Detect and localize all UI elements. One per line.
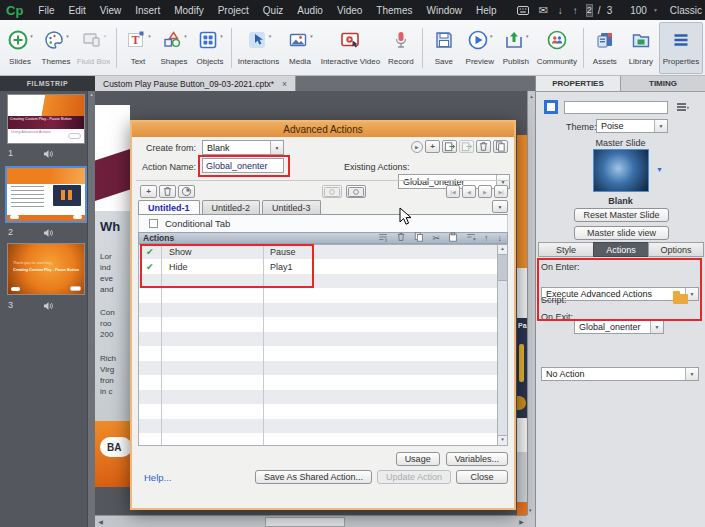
table-row[interactable]: ✔ Show Pause — [139, 245, 497, 260]
subtab-style[interactable]: Style — [538, 242, 594, 257]
menu-view[interactable]: View — [93, 5, 129, 16]
master-slide-dropdown-icon[interactable]: ▼ — [656, 166, 663, 173]
subtab-actions[interactable]: Actions — [593, 242, 649, 257]
actions-table[interactable]: ✔ Show Pause ✔ Hide Play1 ▴ ▾ — [138, 244, 508, 446]
preview-actions-icon[interactable]: ▶ — [411, 141, 423, 153]
tab-list-icon[interactable]: ▼ — [492, 200, 508, 213]
document-tab-close-icon[interactable]: × — [282, 79, 287, 89]
filmstrip-scrollbar[interactable]: ▴ — [87, 91, 95, 527]
menu-themes[interactable]: Themes — [369, 5, 419, 16]
tab-untitled-2[interactable]: Untitled-2 — [202, 200, 261, 214]
notifications-envelope-icon[interactable]: ✉ — [534, 4, 553, 17]
help-link[interactable]: Help... — [144, 472, 171, 483]
duplicate-tab-icon[interactable] — [178, 185, 195, 198]
delete-action-icon[interactable] — [476, 140, 491, 153]
script-select[interactable]: Global_onenter ▼ — [574, 320, 664, 334]
menu-quiz[interactable]: Quiz — [256, 5, 291, 16]
previous-slide-icon[interactable]: ↓ — [553, 5, 568, 16]
menu-edit[interactable]: Edit — [61, 5, 92, 16]
tab-untitled-3[interactable]: Untitled-3 — [262, 200, 321, 214]
add-tab-icon[interactable]: + — [140, 185, 157, 198]
insert-line-icon[interactable] — [374, 232, 392, 244]
paste-line-icon[interactable] — [444, 232, 462, 244]
save-as-shared-action-button[interactable]: Save As Shared Action... — [255, 470, 372, 484]
toolbar-interactions[interactable]: ▾ Interactions — [235, 22, 282, 74]
menu-window[interactable]: Window — [419, 5, 469, 16]
back-button-fragment[interactable]: BA — [100, 437, 130, 457]
delete-line-icon[interactable] — [392, 232, 410, 244]
variables-button[interactable]: Variables... — [446, 452, 508, 466]
slide-name-input[interactable] — [564, 101, 668, 114]
menu-file[interactable]: File — [31, 5, 61, 16]
document-tab[interactable]: Custom Play Pause Button_09-03-2021.cptx… — [95, 76, 296, 91]
toolbar-interactive-video[interactable]: Interactive Video — [318, 22, 383, 74]
menu-modify[interactable]: Modify — [167, 5, 210, 16]
new-action-icon[interactable]: + — [425, 140, 440, 153]
on-exit-select[interactable]: No Action ▼ — [541, 367, 699, 381]
conditional-tab-checkbox[interactable] — [149, 219, 158, 228]
cut-line-icon[interactable]: ✂ — [428, 233, 444, 243]
menu-video[interactable]: Video — [330, 5, 369, 16]
dialog-titlebar[interactable]: Advanced Actions — [132, 122, 514, 137]
usage-button[interactable]: Usage — [396, 452, 440, 466]
toolbar-preview[interactable]: ▾ Preview — [462, 22, 498, 74]
filmstrip-slide-3-thumbnail[interactable]: Thank you for watching Creating Custom P… — [7, 243, 85, 295]
toolbar-themes[interactable]: ▾ Themes — [38, 22, 74, 74]
insert-row-icon[interactable] — [462, 232, 480, 244]
zoom-select[interactable]: 100 ▼ — [624, 5, 664, 16]
tab-properties[interactable]: PROPERTIES — [536, 76, 621, 91]
master-slide-view-button[interactable]: Master slide view — [574, 226, 669, 240]
theme-select[interactable]: Poise ▼ — [596, 119, 668, 133]
canvas-horizontal-scrollbar[interactable]: ◀ ▶ — [95, 515, 527, 527]
menu-project[interactable]: Project — [211, 5, 256, 16]
tab-timing[interactable]: TIMING — [621, 76, 705, 91]
import-action-icon[interactable] — [442, 140, 457, 153]
scroll-left-icon[interactable]: ◀ — [95, 516, 106, 527]
reset-master-slide-button[interactable]: Reset Master Slide — [574, 208, 669, 222]
menu-help[interactable]: Help — [469, 5, 504, 16]
toolbar-library[interactable]: Library — [623, 22, 659, 74]
toolbar-objects[interactable]: ▾ Objects — [192, 22, 228, 74]
workspace-select[interactable]: Classic ▼ — [664, 5, 705, 16]
close-button[interactable]: Close — [456, 470, 508, 484]
browse-script-folder-icon[interactable] — [673, 294, 688, 304]
tab-untitled-1[interactable]: Untitled-1 — [138, 200, 200, 214]
move-down-icon[interactable]: ↓ — [493, 233, 508, 243]
toolbar-assets[interactable]: Assets — [587, 22, 623, 74]
toolbar-text[interactable]: T▾ Text — [120, 22, 156, 74]
panel-menu-icon[interactable] — [677, 103, 689, 114]
create-from-select[interactable]: Blank ▼ — [202, 140, 284, 155]
scrollbar-thumb[interactable] — [265, 517, 345, 527]
table-vertical-scrollbar[interactable]: ▴ ▾ — [497, 245, 507, 445]
move-up-icon[interactable]: ↑ — [480, 233, 493, 243]
filmstrip-panel-header[interactable]: FILMSTRIP — [0, 76, 95, 91]
table-row[interactable]: ✔ Hide Play1 — [139, 260, 497, 275]
toolbar-slides[interactable]: ▾ Slides — [2, 22, 38, 74]
filmstrip-slide-1-thumbnail[interactable]: Creating Custom Play - Pause Button Usin… — [7, 94, 85, 144]
menu-audio[interactable]: Audio — [290, 5, 330, 16]
action-name-input[interactable] — [202, 158, 284, 173]
zoom-value: 100 — [630, 5, 647, 16]
duplicate-action-icon[interactable] — [493, 140, 508, 153]
toolbar-community[interactable]: Community — [534, 22, 580, 74]
master-slide-thumbnail[interactable] — [593, 149, 649, 192]
next-slide-icon[interactable]: ↑ — [568, 5, 583, 16]
toolbar-properties[interactable]: Properties — [659, 22, 703, 74]
snapshot-icon[interactable] — [346, 185, 366, 198]
record-mic-icon — [390, 29, 412, 51]
toolbar-publish[interactable]: ▾ Publish — [498, 22, 534, 74]
toolbar-save[interactable]: Save — [426, 22, 462, 74]
scroll-right-icon[interactable]: ▶ — [516, 516, 527, 527]
canvas-vertical-scrollbar[interactable]: ▴ ▾ — [527, 91, 535, 515]
subtab-options[interactable]: Options — [648, 242, 704, 257]
filmstrip-slide-2-thumbnail[interactable] — [5, 166, 87, 223]
slide-number-input[interactable]: 2 — [586, 4, 593, 17]
menu-insert[interactable]: Insert — [128, 5, 167, 16]
capture-monitor-icon[interactable] — [512, 6, 534, 15]
toolbar-media[interactable]: ▾ Media — [282, 22, 318, 74]
copy-line-icon[interactable] — [410, 232, 428, 244]
delete-tab-icon[interactable] — [159, 185, 176, 198]
toolbar-record[interactable]: Record — [383, 22, 419, 74]
toolbar-shapes[interactable]: ▾ Shapes — [156, 22, 192, 74]
toolbar-separator — [116, 28, 117, 68]
